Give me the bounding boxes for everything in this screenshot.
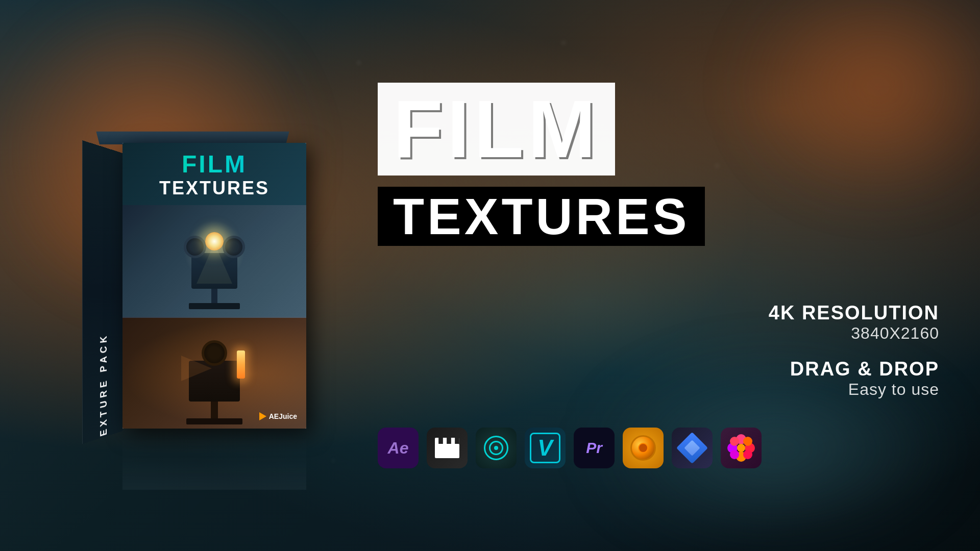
proj2-lamp: [237, 350, 245, 379]
davinci-inner-ring: [489, 441, 503, 455]
proj2-beam: [181, 356, 212, 381]
aejuice-logo: AEJuice: [259, 412, 297, 420]
davinci-dot: [494, 446, 498, 450]
g-petal-br: [743, 450, 752, 459]
box-image-top: [122, 205, 306, 318]
software-icon-nuke: [623, 428, 664, 468]
box-front-title-textures: TEXTURES: [133, 178, 296, 199]
nuke-circle-icon: [630, 435, 656, 461]
teal-overlay: [122, 205, 306, 317]
box-side-text: TEXTURE PACK: [98, 333, 109, 444]
nuke-inner: [638, 443, 648, 453]
software-icon-premiere: Pr: [574, 428, 615, 468]
box-front-header: FILM TEXTURES: [122, 143, 306, 205]
product-box-area: TEXTURE PACK FILM TEXTURES: [0, 0, 347, 551]
title-white-box: FILM: [378, 83, 615, 176]
fcp-clapper-icon: [435, 438, 459, 458]
box-front-face: FILM TEXTURES: [122, 143, 306, 429]
feature-gap: [378, 351, 939, 358]
main-title-textures: TEXTURES: [393, 191, 690, 242]
box-image-bottom: AEJuice: [122, 318, 306, 429]
box-front-title-film: FILM: [133, 152, 296, 177]
aejuice-brand-text: AEJuice: [269, 412, 297, 420]
clapper-board: [435, 444, 459, 458]
feature-resolution-subtitle: 3840X2160: [378, 324, 939, 343]
g-petal-bl: [730, 450, 739, 459]
filmora-diamond-icon: [676, 432, 708, 464]
feature-dragdrop-title: DRAG & DROP: [378, 358, 939, 380]
proj2-base: [186, 418, 242, 424]
software-icon-fcp: [427, 428, 468, 468]
product-box-3d: TEXTURE PACK FILM TEXTURES: [82, 143, 306, 439]
main-title-film: FILM: [393, 90, 600, 168]
graphic-shape: [727, 434, 755, 462]
box-side-face: TEXTURE PACK: [82, 140, 122, 444]
features-block: 4K RESOLUTION 3840X2160 DRAG & DROP Easy…: [378, 302, 939, 407]
main-container: TEXTURE PACK FILM TEXTURES: [0, 0, 980, 551]
software-icon-graphic: [721, 428, 762, 468]
davinci-outer-ring: [484, 436, 508, 460]
aejuice-triangle-icon: [259, 412, 266, 420]
feature-resolution-title: 4K RESOLUTION: [378, 302, 939, 324]
proj2-stand: [211, 400, 218, 418]
box-reflection: [122, 429, 306, 490]
g-petal-tl: [730, 437, 739, 446]
feature-dragdrop: DRAG & DROP Easy to use: [378, 358, 939, 399]
filmora-inner-shape: [684, 440, 700, 456]
vegas-v-icon: V: [530, 433, 560, 463]
software-icon-davinci: [476, 428, 517, 468]
content-area: FILM TEXTURES 4K RESOLUTION 3840X2160 DR…: [347, 83, 980, 468]
software-icon-vegas: V: [525, 428, 566, 468]
g-center: [737, 444, 745, 452]
ae-label: Ae: [388, 439, 409, 458]
title-black-box: TEXTURES: [378, 187, 705, 246]
feature-resolution: 4K RESOLUTION 3840X2160: [378, 302, 939, 343]
projector-bottom-container: [176, 338, 253, 424]
g-petal-tr: [743, 437, 752, 446]
software-icons-row: Ae: [378, 428, 762, 468]
software-icon-filmora: [672, 428, 713, 468]
software-icon-ae: Ae: [378, 428, 419, 468]
fcp-inner: [427, 428, 468, 468]
box-front-images: AEJuice: [122, 205, 306, 429]
feature-dragdrop-subtitle: Easy to use: [378, 380, 939, 399]
premiere-label: Pr: [586, 439, 602, 457]
